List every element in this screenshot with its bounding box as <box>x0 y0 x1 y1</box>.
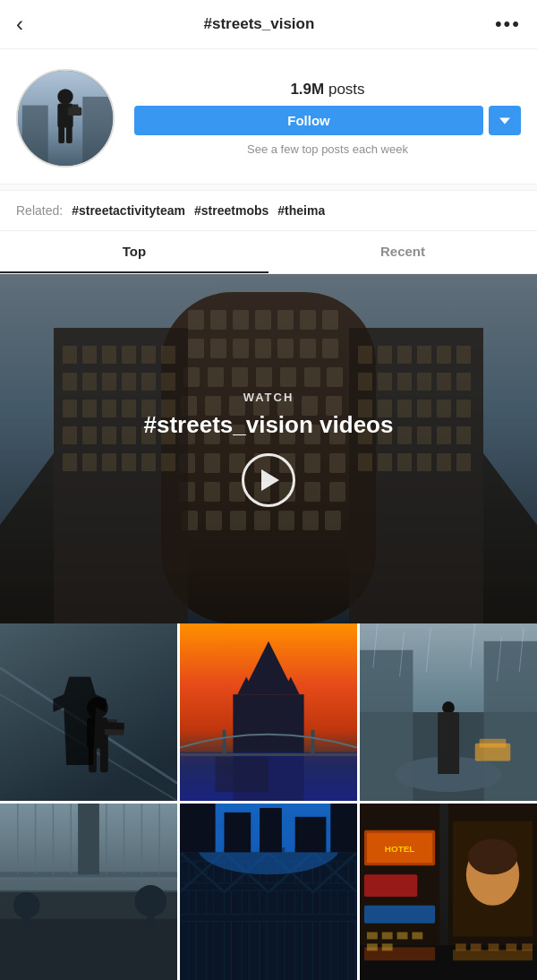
photo-4-image <box>0 804 177 980</box>
svg-rect-225 <box>364 906 435 924</box>
tabs: Top Recent <box>0 231 537 274</box>
svg-rect-224 <box>364 874 417 897</box>
related-section: Related: #streetactivityteam #streetmobs… <box>0 191 537 230</box>
svg-rect-133 <box>0 623 177 801</box>
profile-info: 1.9M posts Follow See a few top posts ea… <box>134 81 521 156</box>
photo-grid: HOTEL <box>0 623 537 980</box>
tab-top[interactable]: Top <box>0 231 268 273</box>
svg-rect-217 <box>330 804 357 852</box>
svg-rect-231 <box>453 950 533 960</box>
svg-rect-188 <box>147 908 154 928</box>
svg-rect-142 <box>100 746 108 773</box>
grid-item-2[interactable] <box>180 623 357 801</box>
svg-rect-233 <box>382 933 393 940</box>
follow-hint: See a few top posts each week <box>247 142 408 156</box>
posts-count: 1.9M posts <box>290 81 364 99</box>
video-banner[interactable]: WATCH #streets_vision videos <box>0 274 537 623</box>
svg-rect-235 <box>412 933 422 940</box>
photo-1-image <box>0 623 177 801</box>
svg-rect-215 <box>260 808 282 853</box>
svg-rect-157 <box>484 641 537 801</box>
svg-point-3 <box>57 89 72 104</box>
svg-line-140 <box>105 726 124 726</box>
svg-rect-182 <box>78 804 99 874</box>
chevron-down-icon <box>499 116 510 126</box>
svg-rect-169 <box>480 739 507 748</box>
grid-item-4[interactable] <box>0 804 177 980</box>
page-title: #streets_vision <box>204 15 315 33</box>
avatar <box>16 69 115 168</box>
svg-rect-159 <box>442 713 455 735</box>
follow-dropdown-button[interactable] <box>489 106 521 135</box>
video-overlay: WATCH #streets_vision videos <box>0 274 537 623</box>
photo-6-image: HOTEL <box>360 804 537 980</box>
watch-label: WATCH <box>243 391 294 404</box>
svg-rect-149 <box>216 757 268 793</box>
svg-rect-141 <box>89 746 97 773</box>
svg-rect-156 <box>360 650 413 801</box>
related-tag-1[interactable]: #streetactivityteam <box>72 203 185 218</box>
follow-button[interactable]: Follow <box>134 106 483 135</box>
svg-rect-6 <box>72 105 79 109</box>
svg-rect-213 <box>180 804 216 852</box>
svg-rect-234 <box>397 933 408 940</box>
grid-item-5[interactable] <box>180 804 357 980</box>
svg-rect-186 <box>23 910 30 928</box>
svg-rect-238 <box>456 943 466 950</box>
svg-point-228 <box>468 839 517 875</box>
play-button[interactable] <box>242 453 295 507</box>
follow-row: Follow <box>134 106 521 135</box>
related-label: Related: <box>16 203 63 218</box>
related-tags: #streetactivityteam #streetmobs #theima <box>72 203 325 218</box>
svg-marker-9 <box>499 117 510 124</box>
svg-rect-7 <box>58 126 64 143</box>
svg-rect-232 <box>367 933 378 940</box>
header: ‹ #streets_vision ••• <box>0 0 537 49</box>
photo-3-image <box>360 623 537 801</box>
svg-rect-160 <box>442 734 448 752</box>
svg-rect-191 <box>189 848 196 981</box>
grid-item-3[interactable] <box>360 623 537 801</box>
grid-item-6[interactable]: HOTEL <box>360 804 537 980</box>
svg-rect-202 <box>180 883 357 890</box>
svg-rect-214 <box>225 812 251 853</box>
svg-rect-200 <box>348 848 355 981</box>
svg-rect-184 <box>0 919 177 980</box>
svg-rect-239 <box>471 943 482 950</box>
svg-text:HOTEL: HOTEL <box>385 844 414 854</box>
photo-2-image <box>180 623 357 801</box>
svg-rect-242 <box>522 943 533 950</box>
svg-point-158 <box>442 701 455 714</box>
svg-rect-240 <box>489 943 499 950</box>
svg-rect-2 <box>82 97 113 166</box>
tab-recent[interactable]: Recent <box>268 231 537 273</box>
svg-rect-241 <box>506 943 516 950</box>
svg-rect-8 <box>66 126 72 143</box>
more-button[interactable]: ••• <box>495 13 521 36</box>
svg-rect-237 <box>382 943 393 950</box>
svg-rect-216 <box>295 817 327 853</box>
grid-item-1[interactable] <box>0 623 177 801</box>
photo-5-image <box>180 804 357 980</box>
svg-point-136 <box>87 697 108 718</box>
svg-rect-1 <box>22 106 48 166</box>
svg-rect-203 <box>180 915 357 922</box>
related-tag-2[interactable]: #streetmobs <box>194 203 268 218</box>
svg-rect-161 <box>449 734 455 752</box>
section-divider <box>0 184 537 191</box>
svg-rect-236 <box>367 943 378 950</box>
video-title: #streets_vision videos <box>126 411 412 439</box>
back-button[interactable]: ‹ <box>16 13 23 35</box>
related-tag-3[interactable]: #theima <box>277 203 325 218</box>
profile-section: 1.9M posts Follow See a few top posts ea… <box>0 49 537 184</box>
play-icon <box>261 469 279 491</box>
